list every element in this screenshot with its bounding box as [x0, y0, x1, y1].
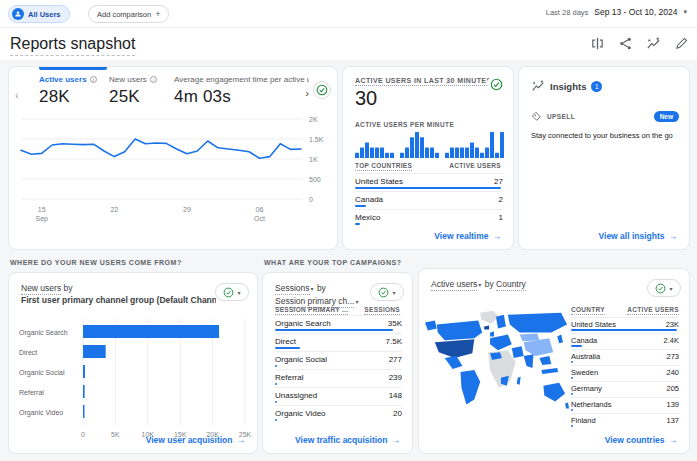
link-label: View realtime [434, 231, 488, 241]
view-user-acquisition-link[interactable]: View user acquisition → [146, 435, 245, 445]
top-countries-header: TOP COUNTRIES [355, 162, 412, 171]
share-icon[interactable] [618, 36, 633, 51]
tab-new-users[interactable]: New usersi 25K [109, 75, 157, 107]
view-countries-link[interactable]: View countries → [605, 435, 677, 445]
metric-value: 25K [109, 87, 157, 107]
date-range-type: Last 28 days [546, 8, 589, 17]
row-value: 239 [389, 373, 402, 382]
plus-icon: + [155, 9, 160, 19]
row-value: 139 [666, 400, 679, 409]
row-label: Australia [571, 352, 600, 361]
row-bar [355, 205, 366, 207]
row-bar [275, 383, 277, 385]
row-value: 205 [666, 384, 679, 393]
users-overview-card: ‹ Active usersi 28K New usersi 25K Avera… [8, 66, 338, 250]
row-value: 2 [499, 195, 503, 204]
row-label: Unassigned [275, 391, 317, 400]
row-value: 137 [666, 416, 679, 425]
all-users-label: All Users [28, 10, 61, 19]
link-label: View user acquisition [146, 435, 233, 445]
active-users-header: ACTIVE USERS [449, 162, 501, 171]
active-users-header: ACTIVE USERS [627, 306, 679, 315]
svg-text:Referral: Referral [19, 389, 44, 396]
report-actions [590, 36, 689, 51]
date-range-selector[interactable]: Last 28 days Sep 13 - Oct 10, 2024 ▾ [546, 7, 687, 17]
row-bar [355, 223, 360, 225]
new-users-by-channel-card: New users by First user primary channel … [8, 272, 258, 454]
table-row: Mexico1 [355, 209, 503, 227]
table-row: United States23K [571, 317, 679, 333]
row-label: Finland [571, 416, 596, 425]
chart-options-button[interactable]: ▾ [647, 279, 681, 297]
table-row: Referral239 [275, 369, 402, 387]
svg-text:Organic Social: Organic Social [19, 369, 65, 377]
session-channel-header: SESSION PRIMARY ... [275, 306, 348, 315]
row-label: Netherlands [571, 400, 611, 409]
tag-icon [531, 111, 542, 122]
row-bar [571, 361, 573, 363]
card-by: by [64, 283, 73, 293]
tab-label: Active users [39, 75, 87, 84]
tab-avg-engagement-time[interactable]: Average engagement time per active us 4m… [174, 75, 309, 107]
chevron-right-icon[interactable]: › [305, 87, 309, 99]
comparison-toggle-icon[interactable] [590, 36, 605, 51]
date-range-value: Sep 13 - Oct 10, 2024 [594, 7, 677, 17]
row-bar [571, 345, 582, 347]
chart-options-button[interactable]: ▾ [215, 283, 249, 301]
chevron-down-icon: ▾ [392, 289, 395, 296]
card-dimension[interactable]: Country [496, 279, 526, 291]
chevron-left-icon[interactable]: ‹ [15, 89, 19, 101]
tab-label: Average engagement time per active us [174, 75, 309, 84]
view-realtime-link[interactable]: View realtime → [434, 231, 501, 241]
row-value: 35K [388, 319, 402, 328]
tab-active-users[interactable]: Active usersi 28K [39, 75, 97, 107]
insights-card: Insights 1 UPSELL New Stay connected to … [518, 66, 690, 250]
table-row: Canada2 [355, 191, 503, 209]
selected-tab-indicator [39, 67, 107, 70]
row-value: 148 [389, 391, 402, 400]
link-label: View countries [605, 435, 665, 445]
chevron-down-icon: ▾ [683, 8, 687, 16]
svg-text:500: 500 [309, 176, 321, 183]
svg-text:Direct: Direct [19, 349, 37, 356]
row-bar [275, 347, 300, 349]
insights-icon[interactable] [646, 36, 661, 51]
table-row: Organic Search35K [275, 315, 402, 333]
card-metric[interactable]: Sessions [275, 283, 310, 295]
view-traffic-acquisition-link[interactable]: View traffic acquisition → [295, 435, 400, 445]
data-quality-icon[interactable] [313, 81, 331, 99]
add-comparison-label: Add comparison [97, 10, 151, 19]
row-label: Referral [275, 373, 303, 382]
card-dimension[interactable]: First user primary channel group (Defaul… [21, 295, 216, 305]
table-row: Germany205 [571, 381, 679, 397]
comparison-bar: All Users Add comparison + Last 28 days … [0, 0, 697, 28]
row-bar [275, 365, 277, 367]
data-quality-icon[interactable] [487, 75, 505, 93]
svg-text:0: 0 [309, 196, 313, 203]
arrow-right-icon: → [392, 435, 401, 445]
table-row: Canada2.4K [571, 333, 679, 349]
row-bar [571, 393, 573, 395]
all-users-pill[interactable]: All Users [8, 5, 70, 23]
row-value: 273 [666, 352, 679, 361]
row-bar [571, 425, 573, 427]
insight-message[interactable]: Stay connected to your business on the g… [531, 131, 681, 140]
metric-value: 4m 03s [174, 87, 309, 107]
metric-value: 28K [39, 87, 97, 107]
row-label: Sweden [571, 368, 598, 377]
table-row: Direct7.5K [275, 333, 402, 351]
row-label: United States [355, 177, 403, 186]
svg-text:Organic Video: Organic Video [19, 409, 63, 417]
chevron-down-icon: ▾ [355, 299, 358, 305]
sessions-table: Organic Search35KDirect7.5KOrganic Socia… [275, 315, 402, 423]
add-comparison-button[interactable]: Add comparison + [88, 5, 169, 23]
table-row: Organic Social277 [275, 351, 402, 369]
chart-options-button[interactable]: ▾ [370, 283, 404, 301]
svg-text:0: 0 [81, 431, 85, 438]
svg-text:22: 22 [110, 206, 118, 213]
insights-icon [531, 79, 545, 93]
view-all-insights-link[interactable]: View all insights → [599, 231, 677, 241]
edit-icon[interactable] [674, 36, 689, 51]
card-metric[interactable]: Active users [431, 279, 477, 291]
users-per-minute-chart [355, 130, 505, 158]
